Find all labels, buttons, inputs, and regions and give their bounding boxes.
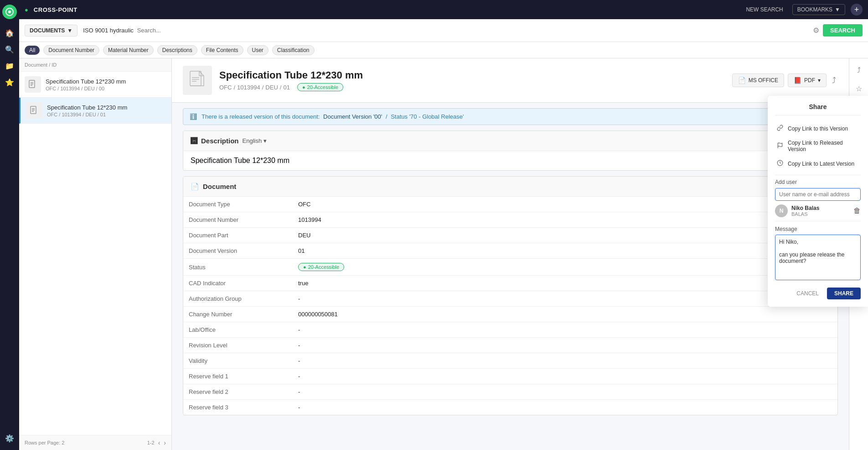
result-title: Specification Tube 12*230 mm [46,78,166,85]
table-row: Reserve field 1 - [183,369,837,384]
description-content: Specification Tube 12*230 mm [191,157,289,164]
chip-descriptions[interactable]: Descriptions [157,45,197,55]
user-avatar: N [775,204,788,217]
copy-link-released-label: Copy Link to Released Version [788,140,859,152]
share-divider [775,175,861,175]
add-user-input[interactable] [775,188,861,201]
description-section: 🅰 Description English ▾ ∧ Specification … [183,131,838,171]
result-item[interactable]: Specification Tube 12*230 mm OFC / 10139… [19,72,171,98]
table-row: Document Version 01 [183,243,837,259]
add-user-label: Add user [775,179,861,185]
sidebar-icon-favorites[interactable]: ⭐ [2,75,17,89]
bookmarks-button[interactable]: BOOKMARKS ▼ [792,4,845,15]
table-row: Change Number 000000050081 [183,307,837,322]
page-prev-button[interactable]: ‹ [158,439,160,446]
copy-link-this-version[interactable]: Copy Link to this Version [775,121,861,136]
documents-dropdown[interactable]: DOCUMENTS ▼ [25,25,78,37]
user-row: N Niko Balas BALAS 🗑 [775,201,861,221]
page-next-button[interactable]: › [164,439,166,446]
result-title-2: Specification Tube 12*230 mm [47,104,166,111]
cancel-button[interactable]: CANCEL [792,288,823,299]
notification-bar: ℹ️ There is a released version of this d… [183,108,838,125]
chip-all[interactable]: All [25,46,40,55]
chip-file-contents[interactable]: File Contents [201,45,243,55]
results-header: Document / ID [19,58,171,72]
result-item-active[interactable]: Specification Tube 12*230 mm OFC / 10139… [19,98,171,124]
ms-office-button[interactable]: 📄 MS OFFICE [732,73,784,87]
doc-path: OFC / 1013994 / DEU / 01 ● 20-Accessible [219,83,725,91]
table-row: Document Number 1013994 [183,212,837,228]
table-row: CAD Indicator true [183,276,837,291]
document-section-header[interactable]: 📄 Document ∧ [183,177,837,197]
result-info: Specification Tube 12*230 mm OFC / 10139… [46,78,166,91]
svg-point-1 [8,10,11,13]
table-row: Lab/Office - [183,322,837,338]
search-bar: DOCUMENTS ▼ ISO 9001 hydraulic ⚙ SEARCH [19,19,868,42]
search-path: ISO 9001 hydraulic [83,27,134,34]
sidebar-icon-files[interactable]: 📁 [2,58,17,73]
left-panel-footer: Rows per Page: 2 1-2 ‹ › [19,435,171,450]
document-thumbnail [183,66,212,95]
copy-link-latest-version[interactable]: Copy Link to Latest Version [775,156,861,171]
pagination: 1-2 [147,440,155,445]
clock-icon [777,160,783,167]
table-row: Revision Level - [183,338,837,353]
language-select[interactable]: English ▾ [243,137,267,144]
delete-user-icon[interactable]: 🗑 [853,207,861,215]
doc-header: Specification Tube 12*230 mm OFC / 10139… [172,58,849,103]
navbar: ● CROSS-POINT NEW SEARCH BOOKMARKS ▼ + [19,0,868,19]
description-section-header[interactable]: 🅰 Description English ▾ ∧ [183,131,837,151]
left-panel: Document / ID Specification Tube 12*230 … [19,58,172,450]
document-section-title: 📄 Document [191,183,236,191]
table-row: Validity - [183,353,837,369]
share-submit-button[interactable]: SHARE [827,288,861,299]
result-info-2: Specification Tube 12*230 mm OFC / 10139… [47,104,166,117]
doc-version-link[interactable]: Document Version '00' [323,113,384,120]
search-input[interactable] [137,27,809,34]
table-status-badge: ● 20-Accessible [298,263,344,271]
chip-user[interactable]: User [247,45,269,55]
filter-chips: All Document Number Material Number Desc… [19,42,868,58]
sidebar-icon-search[interactable]: 🔍 [2,42,17,57]
message-textarea[interactable]: Hi Niko, can you please release the docu… [775,235,861,280]
link-icon [777,125,783,132]
rs-star-icon[interactable]: ☆ [852,81,866,96]
share-actions: CANCEL SHARE [775,288,861,299]
chip-material-number[interactable]: Material Number [103,45,154,55]
description-body: Specification Tube 12*230 mm [183,151,837,170]
doc-actions: 📄 MS OFFICE 📕 PDF ▾ ⤴ [732,73,838,87]
result-path-2: OFC / 1013994 / DEU / 01 [47,112,166,117]
document-section: 📄 Document ∧ Document Type OFC Document … [183,176,838,415]
rows-per-page: Rows per Page: 2 [25,440,64,445]
user-info: Niko Balas BALAS [791,205,850,217]
sidebar-icon-home[interactable]: 🏠 [2,26,17,40]
filter-icon[interactable]: ⚙ [813,26,819,35]
main-container: ● CROSS-POINT NEW SEARCH BOOKMARKS ▼ + D… [19,0,868,450]
new-search-button[interactable]: NEW SEARCH [742,5,786,15]
pdf-button[interactable]: 📕 PDF ▾ [788,73,827,87]
table-row: Document Type OFC [183,197,837,212]
doc-main-title: Specification Tube 12*230 mm [219,69,725,81]
result-path: OFC / 1013994 / DEU / 00 [46,86,166,91]
document-body: Document Type OFC Document Number 101399… [183,197,837,415]
table-row: Document Part DEU [183,228,837,243]
chip-classification[interactable]: Classification [272,45,315,55]
share-panel: Share Copy Link to this Version Copy Lin… [768,96,868,307]
right-panel: Specification Tube 12*230 mm OFC / 10139… [172,58,849,450]
search-button[interactable]: SEARCH [823,24,863,37]
add-button[interactable]: + [851,4,863,16]
share-icon[interactable]: ⤴ [830,74,838,87]
copy-link-released-version[interactable]: Copy Link to Released Version [775,136,861,156]
table-row: Reserve field 2 - [183,384,837,400]
sidebar-icon-settings[interactable]: ⚙️ [2,431,17,445]
table-row: Reserve field 3 - [183,400,837,415]
properties-table: Document Type OFC Document Number 101399… [183,197,837,415]
rs-share-icon[interactable]: ⤴ [852,63,866,78]
message-label: Message [775,226,861,232]
table-row: Authorization Group - [183,291,837,307]
app-logo[interactable] [2,5,17,19]
chip-document-number[interactable]: Document Number [43,45,99,55]
info-icon: ℹ️ [190,113,197,120]
result-icon-2 [26,102,42,119]
user-sub: BALAS [791,211,850,217]
